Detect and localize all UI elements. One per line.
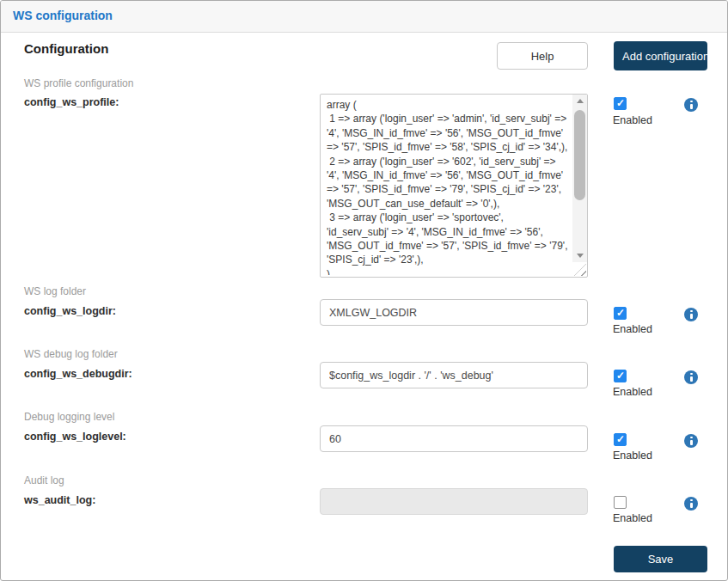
add-configuration-button[interactable]: Add configuration [614,41,707,70]
field-label-config-ws-debugdir: config_ws_debugdir: [24,368,132,380]
info-icon[interactable] [684,308,698,321]
info-icon[interactable] [684,370,698,384]
enabled-label: Enabled [613,114,652,126]
config-ws-profile-value: array ( 1 => array ('login_user' => 'adm… [327,98,568,275]
info-icon[interactable] [684,497,698,511]
enabled-checkbox-ws-audit-log[interactable] [614,496,627,509]
enabled-label: Enabled [613,386,652,398]
info-icon[interactable] [684,98,698,112]
scroll-down-icon[interactable] [572,248,587,262]
ws-audit-log-input [320,488,588,515]
textarea-scrollbar[interactable] [572,95,587,262]
panel-title: WS configuration [13,9,113,22]
section-label-audit-log: Audit log [24,474,64,486]
page-title: Configuration [24,41,108,56]
resize-grip-icon[interactable] [574,264,586,276]
scroll-up-icon[interactable] [572,95,587,108]
section-label-ws-profile: WS profile configuration [24,77,133,89]
config-ws-loglevel-input[interactable] [320,425,588,452]
enabled-label: Enabled [613,323,652,335]
config-ws-profile-textarea[interactable]: array ( 1 => array ('login_user' => 'adm… [320,94,588,278]
enabled-checkbox-ws-loglevel[interactable] [614,433,627,446]
config-ws-debugdir-input[interactable] [320,362,588,388]
info-icon[interactable] [684,434,698,448]
help-button[interactable]: Help [497,42,588,70]
config-ws-logdir-input[interactable] [320,299,588,326]
section-label-ws-debug-log-folder: WS debug log folder [24,348,118,360]
enabled-label: Enabled [613,450,652,462]
save-button[interactable]: Save [614,546,707,572]
field-label-config-ws-profile: config_ws_profile: [24,96,119,108]
enabled-checkbox-ws-debugdir[interactable] [614,370,627,382]
ws-configuration-panel: WS configuration Configuration Help Add … [0,0,728,581]
section-label-ws-log-folder: WS log folder [24,285,86,297]
field-label-config-ws-logdir: config_ws_logdir: [24,305,116,317]
enabled-label: Enabled [613,512,652,524]
field-label-config-ws-loglevel: config_ws_loglevel: [24,431,126,443]
enabled-checkbox-ws-logdir[interactable] [614,307,627,320]
enabled-checkbox-ws-profile[interactable] [614,97,627,110]
field-label-ws-audit-log: ws_audit_log: [24,494,95,506]
scrollbar-thumb[interactable] [574,110,585,200]
panel-header: WS configuration [1,1,727,33]
section-label-debug-logging-level: Debug logging level [24,411,114,423]
